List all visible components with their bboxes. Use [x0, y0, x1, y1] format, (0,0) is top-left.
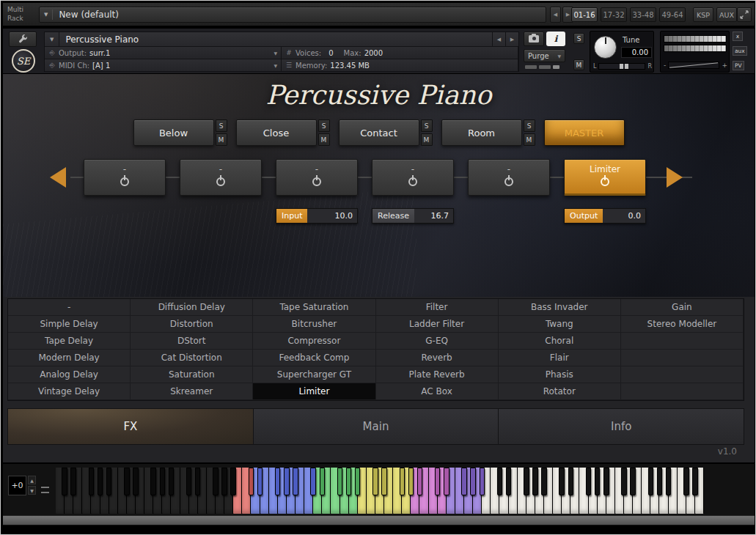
black-key[interactable]	[666, 468, 672, 495]
tab-main[interactable]: Main	[254, 409, 499, 444]
mute-button[interactable]: M	[318, 133, 330, 146]
prev-bank-button[interactable]: ◀	[550, 7, 561, 23]
power-icon[interactable]	[504, 177, 513, 186]
page-button-17-32[interactable]: 17-32	[601, 7, 627, 22]
mute-button[interactable]: M	[524, 133, 535, 146]
black-key[interactable]	[284, 468, 290, 495]
black-key[interactable]	[506, 468, 512, 495]
transpose-up-arrow[interactable]: ▲	[28, 476, 36, 484]
black-key[interactable]	[213, 468, 219, 495]
aux-toggle-button[interactable]: aux	[733, 46, 747, 56]
solo-button[interactable]: S	[216, 119, 227, 132]
black-key[interactable]	[444, 468, 449, 495]
preset-selector[interactable]: ▼ New (default)	[39, 7, 546, 23]
close-instrument-button[interactable]: x	[733, 32, 743, 41]
solo-button[interactable]: S	[524, 119, 535, 132]
mic-button-room[interactable]: Room	[441, 119, 522, 146]
ksp-button[interactable]: KSP	[693, 7, 713, 22]
black-key[interactable]	[524, 468, 529, 495]
fx-chain-prev-arrow[interactable]	[50, 167, 66, 188]
black-key[interactable]	[293, 468, 298, 495]
param-value[interactable]: 0.0	[603, 209, 645, 223]
black-key[interactable]	[648, 468, 654, 495]
fx-option-diffusion-delay[interactable]: Diffusion Delay	[131, 299, 253, 316]
param-value[interactable]: 10.0	[307, 209, 357, 223]
black-key[interactable]	[150, 468, 156, 495]
power-icon[interactable]	[216, 177, 225, 186]
power-icon[interactable]	[408, 177, 417, 186]
black-key[interactable]	[568, 468, 574, 495]
fx-option-cat-distortion[interactable]: Cat Distortion	[131, 350, 253, 366]
black-key[interactable]	[98, 468, 103, 495]
param-value[interactable]: 16.7	[414, 209, 453, 223]
fx-slot-empty[interactable]: -	[372, 159, 454, 196]
black-key[interactable]	[497, 468, 503, 495]
black-key[interactable]	[230, 468, 236, 495]
snapshot-camera-button[interactable]	[524, 32, 544, 46]
fx-option-empty[interactable]: -	[8, 299, 131, 316]
black-key[interactable]	[160, 468, 166, 495]
black-key[interactable]	[692, 468, 698, 495]
mute-button[interactable]: M	[573, 59, 584, 70]
black-key[interactable]	[400, 468, 405, 495]
black-key[interactable]	[657, 468, 663, 495]
fx-option-tape-delay[interactable]: Tape Delay	[8, 333, 131, 350]
black-key[interactable]	[320, 468, 326, 495]
black-key[interactable]	[586, 468, 592, 495]
black-key[interactable]	[221, 468, 227, 495]
fx-option-feedback-comp[interactable]: Feedback Comp	[253, 350, 375, 366]
black-key[interactable]	[337, 468, 343, 495]
black-key[interactable]	[249, 468, 254, 495]
page-button-33-48[interactable]: 33-48	[630, 7, 656, 22]
tune-value[interactable]: 0.00	[621, 47, 652, 58]
black-key[interactable]	[461, 468, 467, 495]
mic-button-master[interactable]: MASTER	[544, 119, 625, 146]
fx-option-tape-saturation[interactable]: Tape Saturation	[253, 299, 375, 316]
aux-button[interactable]: AUX	[716, 7, 737, 22]
fx-option-dstort[interactable]: DStort	[131, 333, 253, 350]
black-key[interactable]	[381, 468, 387, 495]
black-key[interactable]	[621, 468, 627, 495]
fx-option-rotator[interactable]: Rotator	[499, 383, 621, 400]
fx-slot-empty[interactable]: -	[84, 159, 166, 196]
black-key[interactable]	[257, 468, 263, 495]
fx-option-analog-delay[interactable]: Analog Delay	[8, 366, 131, 383]
fx-option-g-eq[interactable]: G-EQ	[376, 333, 499, 350]
tune-knob[interactable]	[594, 36, 617, 59]
tab-info[interactable]: Info	[499, 409, 744, 444]
black-key[interactable]	[275, 468, 281, 495]
mic-button-contact[interactable]: Contact	[339, 119, 419, 146]
fx-option-limiter[interactable]: Limiter	[253, 383, 375, 400]
keyboard-drag-handle[interactable]	[41, 487, 49, 493]
black-key[interactable]	[186, 468, 192, 495]
black-key[interactable]	[630, 468, 636, 495]
tab-fx[interactable]: FX	[8, 409, 254, 444]
black-key[interactable]	[62, 468, 67, 495]
fx-option-bitcrusher[interactable]: Bitcrusher	[253, 316, 375, 333]
mute-button[interactable]: M	[421, 133, 433, 146]
fx-option-phasis[interactable]: Phasis	[499, 366, 621, 383]
solo-button[interactable]: S	[421, 119, 433, 132]
black-key[interactable]	[89, 468, 95, 495]
solo-button[interactable]: S	[573, 33, 584, 44]
power-icon[interactable]	[312, 177, 321, 186]
black-key[interactable]	[346, 468, 352, 495]
midi-channel-selector[interactable]: ⎆ MIDI Ch: [A] 1 ▼	[45, 59, 282, 72]
mute-button[interactable]: M	[216, 133, 227, 146]
black-key[interactable]	[310, 468, 316, 495]
expand-view-icon[interactable]	[737, 7, 752, 22]
black-key[interactable]	[541, 468, 547, 495]
black-key[interactable]	[480, 468, 485, 495]
fx-option-stereo-modeller[interactable]: Stereo Modeller	[621, 316, 744, 333]
fx-option-saturation[interactable]: Saturation	[131, 366, 253, 383]
black-key[interactable]	[470, 468, 476, 495]
fx-option-filter[interactable]: Filter	[376, 299, 499, 316]
fx-option-distortion[interactable]: Distortion	[131, 316, 253, 333]
fx-option-modern-delay[interactable]: Modern Delay	[8, 350, 131, 366]
fx-slot-limiter[interactable]: Limiter	[564, 159, 646, 196]
volume-slider[interactable]	[668, 62, 719, 69]
black-key[interactable]	[603, 468, 609, 495]
fx-option-gain[interactable]: Gain	[621, 299, 744, 316]
black-key[interactable]	[417, 468, 423, 495]
mic-button-below[interactable]: Below	[133, 119, 214, 146]
